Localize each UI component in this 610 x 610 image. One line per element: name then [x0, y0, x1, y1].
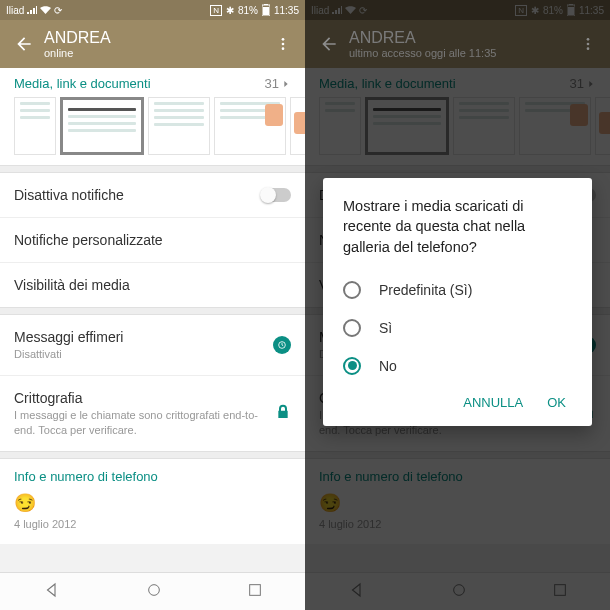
- svg-point-3: [282, 38, 285, 41]
- mute-notifications-row[interactable]: Disattiva notifiche: [0, 173, 305, 218]
- media-visibility-row[interactable]: Visibilità dei media: [0, 263, 305, 307]
- ephemeral-status-icon: [273, 336, 291, 354]
- nav-back-button[interactable]: [43, 581, 61, 603]
- sync-icon: ⟳: [54, 5, 62, 16]
- radio-icon[interactable]: [343, 357, 361, 375]
- option-default[interactable]: Predefinita (Sì): [343, 271, 572, 309]
- wifi-icon: [40, 6, 51, 14]
- chevron-right-icon: [281, 79, 291, 89]
- battery-icon: [262, 4, 270, 16]
- battery-percent: 81%: [238, 5, 258, 16]
- contact-name[interactable]: ANDREA: [44, 29, 271, 47]
- media-thumb[interactable]: [290, 97, 305, 155]
- cancel-button[interactable]: ANNULLA: [463, 395, 523, 410]
- lock-icon: [275, 404, 291, 424]
- phone-left: Iliad ⟳ N ✱ 81% 11:35 ANDREA online: [0, 0, 305, 610]
- radio-icon[interactable]: [343, 319, 361, 337]
- app-bar: ANDREA online: [0, 20, 305, 68]
- info-header: Info e numero di telefono: [14, 469, 291, 484]
- svg-rect-2: [264, 4, 268, 5]
- nav-home-button[interactable]: [146, 582, 162, 602]
- media-visibility-dialog: Mostrare i media scaricati di recente da…: [323, 178, 592, 426]
- encryption-row[interactable]: Crittografia I messaggi e le chiamate so…: [0, 376, 305, 451]
- content-scroll[interactable]: Media, link e documenti 31 Disattiva not…: [0, 68, 305, 572]
- media-header-label: Media, link e documenti: [14, 76, 151, 91]
- svg-point-7: [148, 584, 159, 595]
- status-bar: Iliad ⟳ N ✱ 81% 11:35: [0, 0, 305, 20]
- mute-toggle[interactable]: [261, 188, 291, 202]
- presence-label: online: [44, 47, 271, 59]
- about-date: 4 luglio 2012: [14, 518, 291, 530]
- nfc-icon: N: [210, 5, 222, 16]
- option-no[interactable]: No: [343, 347, 572, 385]
- info-section: Info e numero di telefono 😏 4 luglio 201…: [0, 459, 305, 544]
- dialog-title: Mostrare i media scaricati di recente da…: [343, 196, 572, 257]
- phone-right: Iliad ⟳ N ✱ 81% 11:35 ANDREA ultimo acce…: [305, 0, 610, 610]
- media-thumb[interactable]: [148, 97, 210, 155]
- svg-rect-1: [263, 7, 269, 15]
- bluetooth-icon: ✱: [226, 5, 234, 16]
- nav-recents-button[interactable]: [247, 582, 263, 602]
- svg-rect-8: [249, 584, 260, 595]
- ok-button[interactable]: OK: [547, 395, 566, 410]
- media-section[interactable]: Media, link e documenti 31: [0, 68, 305, 165]
- ephemeral-messages-row[interactable]: Messaggi effimeri Disattivati: [0, 315, 305, 376]
- media-thumb[interactable]: [214, 97, 286, 155]
- svg-point-4: [282, 43, 285, 46]
- media-count: 31: [265, 76, 279, 91]
- media-thumb[interactable]: [14, 97, 56, 155]
- media-thumbnails[interactable]: [14, 97, 291, 155]
- custom-notifications-row[interactable]: Notifiche personalizzate: [0, 218, 305, 263]
- media-thumb[interactable]: [60, 97, 144, 155]
- svg-point-5: [282, 47, 285, 50]
- carrier-label: Iliad: [6, 5, 24, 16]
- about-emoji: 😏: [14, 492, 291, 514]
- back-button[interactable]: [10, 34, 38, 54]
- clock-label: 11:35: [274, 5, 299, 16]
- option-yes[interactable]: Sì: [343, 309, 572, 347]
- radio-icon[interactable]: [343, 281, 361, 299]
- overflow-menu-button[interactable]: [271, 36, 295, 52]
- signal-icon: [27, 6, 37, 14]
- system-nav-bar: [0, 572, 305, 610]
